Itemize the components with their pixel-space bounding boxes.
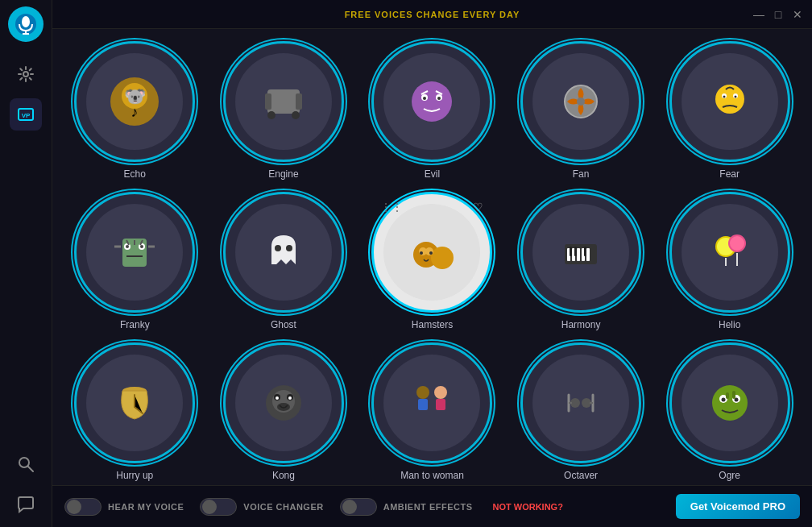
voice-circle-fear[interactable] <box>669 41 790 162</box>
svg-point-82 <box>721 398 725 402</box>
voice-label-kong: Kong <box>272 470 295 481</box>
svg-rect-85 <box>732 391 735 399</box>
voice-circle-fan[interactable] <box>520 41 641 162</box>
svg-point-22 <box>437 97 441 100</box>
voice-inner-fear <box>682 53 778 150</box>
voice-changer-label: VOICE CHANGER <box>243 502 323 512</box>
maximize-button[interactable]: □ <box>772 8 785 21</box>
sidebar-item-vp[interactable]: VP <box>10 98 42 131</box>
toggle-knob <box>67 500 81 514</box>
sidebar: VP <box>0 0 52 527</box>
voice-item-ogre[interactable]: Ogre <box>659 342 800 481</box>
sidebar-item-settings[interactable] <box>10 58 42 90</box>
voice-item-hurry-up[interactable]: Hurry up <box>64 342 205 481</box>
voice-circle-ghost[interactable] <box>223 192 344 313</box>
svg-point-46 <box>420 251 423 255</box>
voice-item-engine[interactable]: Engine <box>213 41 354 180</box>
voice-item-harmony[interactable]: Harmony <box>511 192 652 330</box>
svg-rect-51 <box>577 248 580 261</box>
svg-rect-70 <box>418 399 428 410</box>
svg-rect-84 <box>726 392 729 399</box>
voice-inner-hurry-up <box>86 355 183 451</box>
voice-inner-octaver <box>532 355 629 451</box>
svg-rect-14 <box>265 93 271 110</box>
svg-rect-54 <box>570 247 572 256</box>
hear-my-voice-toggle[interactable] <box>64 498 102 516</box>
voice-item-man-to-woman[interactable]: Man to woman <box>362 342 503 481</box>
svg-point-34 <box>140 245 143 248</box>
voice-label-harmony: Harmony <box>561 319 601 330</box>
sidebar-logo[interactable] <box>8 6 44 42</box>
voice-circle-engine[interactable] <box>223 41 344 162</box>
svg-point-69 <box>416 386 429 399</box>
svg-point-45 <box>425 247 433 255</box>
voice-item-octaver[interactable]: Octaver <box>511 342 652 481</box>
svg-point-21 <box>423 97 426 100</box>
ambient-effects-toggle[interactable] <box>340 498 377 516</box>
get-pro-button[interactable]: Get Voicemod PRO <box>676 494 800 519</box>
voice-circle-kong[interactable] <box>223 342 344 463</box>
hear-my-voice-group: HEAR MY VOICE <box>64 498 184 516</box>
voice-label-helio: Helio <box>719 319 740 330</box>
titlebar-title: FREE VOICES CHANGE EVERY DAY <box>345 10 520 19</box>
svg-point-59 <box>729 235 745 251</box>
titlebar: FREE VOICES CHANGE EVERY DAY — □ ✕ <box>52 0 812 29</box>
voice-label-hamsters: Hamsters <box>412 319 453 330</box>
voice-label-evil: Evil <box>425 168 440 180</box>
svg-rect-15 <box>296 93 302 110</box>
voice-item-evil[interactable]: Evil <box>362 41 503 180</box>
voice-item-kong[interactable]: Kong <box>213 342 354 481</box>
svg-point-47 <box>429 251 433 255</box>
voice-circle-franky[interactable] <box>74 192 195 313</box>
voice-inner-franky <box>86 204 183 301</box>
voice-inner-man-to-woman <box>383 355 480 451</box>
voice-label-franky: Franky <box>120 319 150 330</box>
voice-circle-octaver[interactable] <box>520 342 641 463</box>
voice-item-echo[interactable]: 🐨♪Echo <box>64 41 205 180</box>
svg-point-41 <box>286 245 292 251</box>
voice-label-hurry-up: Hurry up <box>116 470 153 481</box>
equalizer-icon: ⋮⋮ <box>380 201 403 214</box>
voice-item-fan[interactable]: Fan <box>511 41 652 180</box>
not-working-link[interactable]: NOT WORKING? <box>493 502 563 512</box>
voice-content: 🐨♪EchoEngineEvilFanFearFrankyGhost♡⋮⋮Ham… <box>52 29 812 485</box>
voice-label-fan: Fan <box>573 168 590 180</box>
titlebar-controls: — □ ✕ <box>752 8 804 21</box>
voice-circle-harmony[interactable] <box>520 192 641 313</box>
svg-point-17 <box>292 111 300 119</box>
voice-circle-helio[interactable] <box>669 192 790 313</box>
svg-rect-55 <box>574 247 577 256</box>
voice-grid: 🐨♪EchoEngineEvilFanFearFrankyGhost♡⋮⋮Ham… <box>64 37 800 485</box>
voice-circle-hamsters[interactable]: ♡⋮⋮ <box>371 192 492 313</box>
bottombar: HEAR MY VOICE VOICE CHANGER AMBIENT EFFE… <box>52 485 812 527</box>
svg-text:VP: VP <box>22 112 31 119</box>
voice-inner-ogre <box>682 355 778 451</box>
voice-circle-man-to-woman[interactable] <box>371 342 492 463</box>
svg-point-71 <box>434 386 447 399</box>
voice-inner-harmony <box>532 204 629 301</box>
voice-circle-ogre[interactable] <box>669 342 790 463</box>
sidebar-item-chat[interactable] <box>10 488 42 521</box>
voice-item-hamsters[interactable]: ♡⋮⋮Hamsters <box>362 192 503 330</box>
voice-item-franky[interactable]: Franky <box>64 192 205 330</box>
voice-label-echo: Echo <box>124 168 146 180</box>
svg-point-40 <box>275 245 281 251</box>
voice-label-ogre: Ogre <box>719 470 740 481</box>
voice-circle-echo[interactable]: 🐨♪ <box>74 41 195 162</box>
favorite-icon[interactable]: ♡ <box>473 201 483 214</box>
voice-changer-group: VOICE CHANGER <box>200 498 323 516</box>
minimize-button[interactable]: — <box>752 8 765 21</box>
voice-circle-evil[interactable] <box>371 41 492 162</box>
svg-point-79 <box>712 385 748 421</box>
voice-item-helio[interactable]: Helio <box>659 192 800 330</box>
svg-point-67 <box>288 396 292 400</box>
voice-item-fear[interactable]: Fear <box>659 41 800 180</box>
sidebar-item-search[interactable] <box>10 448 42 480</box>
svg-point-1 <box>22 16 30 27</box>
voice-item-ghost[interactable]: Ghost <box>213 192 354 330</box>
ambient-effects-label: AMBIENT EFFECTS <box>383 502 473 512</box>
voice-changer-toggle[interactable] <box>200 498 237 516</box>
voice-circle-hurry-up[interactable] <box>74 342 195 463</box>
close-button[interactable]: ✕ <box>791 8 804 21</box>
voice-label-fear: Fear <box>719 168 740 180</box>
